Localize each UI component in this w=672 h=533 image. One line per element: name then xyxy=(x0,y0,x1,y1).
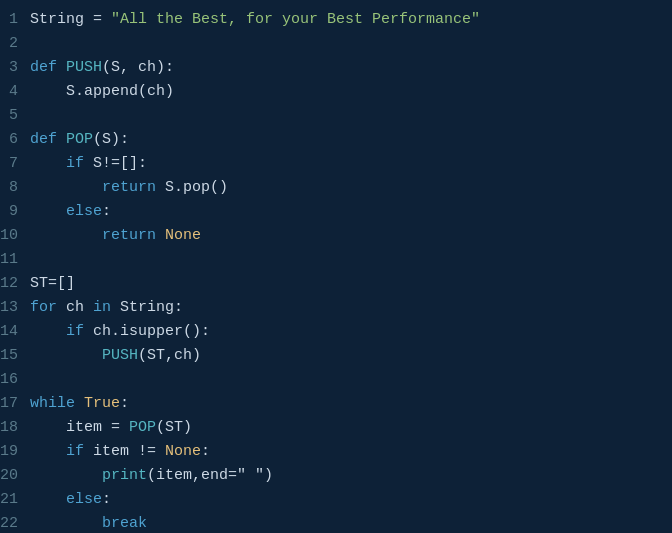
token: : xyxy=(201,443,210,460)
code-line: 15 PUSH(ST,ch) xyxy=(0,344,672,368)
line-content xyxy=(30,104,672,127)
code-editor: 1String = "All the Best, for your Best P… xyxy=(0,4,672,533)
line-content: for ch in String: xyxy=(30,296,672,319)
line-number: 14 xyxy=(0,320,30,343)
token: ST=[] xyxy=(30,275,75,292)
line-number: 16 xyxy=(0,368,30,391)
line-number: 1 xyxy=(0,8,30,31)
line-number: 15 xyxy=(0,344,30,367)
code-line: 11 xyxy=(0,248,672,272)
line-content: else: xyxy=(30,488,672,511)
token: break xyxy=(102,515,147,532)
line-number: 18 xyxy=(0,416,30,439)
line-content: item = POP(ST) xyxy=(30,416,672,439)
code-line: 9 else: xyxy=(0,200,672,224)
line-content xyxy=(30,248,672,271)
line-content: def PUSH(S, ch): xyxy=(30,56,672,79)
token: (S, ch): xyxy=(102,59,174,76)
line-content: PUSH(ST,ch) xyxy=(30,344,672,367)
token: PUSH xyxy=(66,59,102,76)
token: print xyxy=(102,467,147,484)
line-content: else: xyxy=(30,200,672,223)
line-content: return S.pop() xyxy=(30,176,672,199)
code-line: 7 if S!=[]: xyxy=(0,152,672,176)
line-content: if item != None: xyxy=(30,440,672,463)
line-content xyxy=(30,32,672,55)
token: S.pop() xyxy=(156,179,228,196)
line-number: 21 xyxy=(0,488,30,511)
token: : xyxy=(102,203,111,220)
line-content: if ch.isupper(): xyxy=(30,320,672,343)
code-line: 2 xyxy=(0,32,672,56)
line-content: String = "All the Best, for your Best Pe… xyxy=(30,8,672,31)
code-line: 12ST=[] xyxy=(0,272,672,296)
token: "All the Best, for your Best Performance… xyxy=(111,11,480,28)
token: : xyxy=(120,395,129,412)
line-content: while True: xyxy=(30,392,672,415)
line-number: 3 xyxy=(0,56,30,79)
token: True xyxy=(84,395,120,412)
code-line: 5 xyxy=(0,104,672,128)
line-number: 6 xyxy=(0,128,30,151)
token: ch.isupper(): xyxy=(84,323,210,340)
token: in xyxy=(93,299,111,316)
line-content: return None xyxy=(30,224,672,247)
code-line: 10 return None xyxy=(0,224,672,248)
line-number: 2 xyxy=(0,32,30,55)
code-line: 6def POP(S): xyxy=(0,128,672,152)
line-content xyxy=(30,368,672,391)
token: (item,end=" ") xyxy=(147,467,273,484)
code-line: 22 break xyxy=(0,512,672,533)
code-line: 17while True: xyxy=(0,392,672,416)
code-line: 1String = "All the Best, for your Best P… xyxy=(0,8,672,32)
token: (S): xyxy=(93,131,129,148)
line-content: break xyxy=(30,512,672,533)
code-line: 4 S.append(ch) xyxy=(0,80,672,104)
line-number: 11 xyxy=(0,248,30,271)
token: if xyxy=(66,155,84,172)
token: POP xyxy=(129,419,156,436)
token: if xyxy=(66,443,84,460)
token: def xyxy=(30,59,57,76)
token: PUSH xyxy=(102,347,138,364)
code-line: 13for ch in String: xyxy=(0,296,672,320)
token: else xyxy=(66,491,102,508)
line-number: 13 xyxy=(0,296,30,319)
token: (ST,ch) xyxy=(138,347,201,364)
line-number: 8 xyxy=(0,176,30,199)
token: def xyxy=(30,131,57,148)
line-number: 10 xyxy=(0,224,30,247)
line-content: if S!=[]: xyxy=(30,152,672,175)
line-number: 22 xyxy=(0,512,30,533)
token: S!=[]: xyxy=(84,155,147,172)
code-line: 20 print(item,end=" ") xyxy=(0,464,672,488)
line-content: print(item,end=" ") xyxy=(30,464,672,487)
token: for xyxy=(30,299,57,316)
line-number: 19 xyxy=(0,440,30,463)
code-line: 8 return S.pop() xyxy=(0,176,672,200)
code-line: 14 if ch.isupper(): xyxy=(0,320,672,344)
code-line: 16 xyxy=(0,368,672,392)
line-content: def POP(S): xyxy=(30,128,672,151)
token: String xyxy=(30,11,84,28)
token: return xyxy=(102,179,156,196)
code-line: 19 if item != None: xyxy=(0,440,672,464)
token: None xyxy=(165,443,201,460)
token: POP xyxy=(66,131,93,148)
token: else xyxy=(66,203,102,220)
code-line: 18 item = POP(ST) xyxy=(0,416,672,440)
token: None xyxy=(165,227,201,244)
line-number: 7 xyxy=(0,152,30,175)
token: S.append(ch) xyxy=(30,83,174,100)
line-number: 5 xyxy=(0,104,30,127)
line-number: 20 xyxy=(0,464,30,487)
code-line: 3def PUSH(S, ch): xyxy=(0,56,672,80)
line-content: ST=[] xyxy=(30,272,672,295)
line-number: 4 xyxy=(0,80,30,103)
token: item = xyxy=(30,419,129,436)
token: ch xyxy=(57,299,93,316)
token: item != xyxy=(84,443,165,460)
line-content: S.append(ch) xyxy=(30,80,672,103)
token: (ST) xyxy=(156,419,192,436)
token: return xyxy=(102,227,156,244)
